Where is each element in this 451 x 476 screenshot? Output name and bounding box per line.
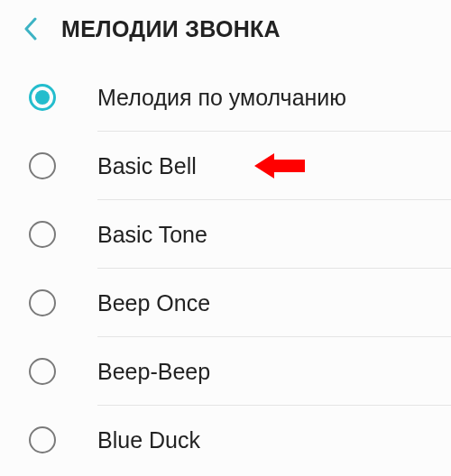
ringtone-label: Beep Once bbox=[97, 290, 210, 316]
ringtone-item-basic-bell[interactable]: Basic Bell bbox=[0, 132, 451, 200]
radio-unchecked-icon bbox=[29, 426, 56, 453]
ringtone-label: Basic Bell bbox=[97, 153, 197, 179]
ringtone-item-beep-once[interactable]: Beep Once bbox=[0, 269, 451, 337]
svg-marker-0 bbox=[254, 153, 305, 178]
ringtone-item-beep-beep[interactable]: Beep-Beep bbox=[0, 337, 451, 406]
page-title: МЕЛОДИИ ЗВОНКА bbox=[61, 16, 281, 42]
radio-unchecked-icon bbox=[29, 221, 56, 248]
ringtone-label: Beep-Beep bbox=[97, 359, 210, 385]
ringtone-item-default[interactable]: Мелодия по умолчанию bbox=[0, 63, 451, 132]
chevron-left-icon bbox=[23, 17, 38, 41]
radio-unchecked-icon bbox=[29, 152, 56, 179]
ringtone-item-blue-duck[interactable]: Blue Duck bbox=[0, 406, 451, 474]
ringtone-item-basic-tone[interactable]: Basic Tone bbox=[0, 200, 451, 269]
radio-unchecked-icon bbox=[29, 289, 56, 316]
back-button[interactable] bbox=[14, 13, 47, 45]
ringtone-label: Мелодия по умолчанию bbox=[97, 85, 346, 111]
ringtone-list: Мелодия по умолчанию Basic Bell Basic To… bbox=[0, 58, 451, 474]
radio-checked-icon bbox=[29, 84, 56, 111]
app-header: МЕЛОДИИ ЗВОНКА bbox=[0, 0, 451, 58]
radio-unchecked-icon bbox=[29, 358, 56, 385]
annotation-arrow-icon bbox=[254, 150, 305, 182]
ringtone-label: Basic Tone bbox=[97, 222, 207, 248]
ringtone-label: Blue Duck bbox=[97, 427, 200, 453]
